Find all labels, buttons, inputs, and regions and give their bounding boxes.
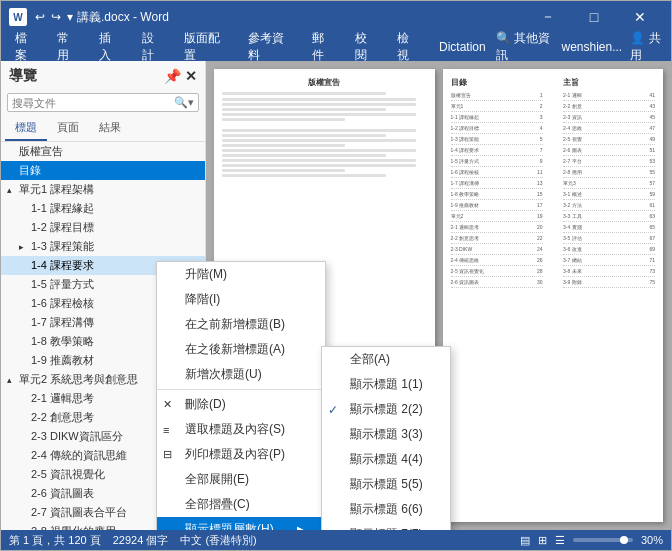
nav-item-label: 2-2 創意思考 bbox=[31, 410, 94, 425]
page1-title: 版權宣告 bbox=[222, 77, 427, 88]
submenu-label: 全部(A) bbox=[350, 351, 390, 368]
nav-item-1-2[interactable]: 1-2 課程目標 bbox=[1, 218, 205, 237]
search-button[interactable]: 🔍 其他資訊 bbox=[496, 30, 554, 64]
toc-item: 2-5 視覺49 bbox=[563, 136, 655, 145]
nav-search-box[interactable]: 🔍▾ bbox=[7, 93, 199, 112]
zoom-level: 30% bbox=[641, 534, 663, 546]
toggle-icon: ▴ bbox=[7, 185, 19, 195]
close-button[interactable]: ✕ bbox=[617, 1, 663, 33]
nav-tab-headings[interactable]: 標題 bbox=[5, 116, 47, 141]
nav-item-label: 2-4 傳統的資訊思維 bbox=[31, 448, 127, 463]
context-menu-label: 在之前新增標題(B) bbox=[185, 316, 285, 333]
toc-item: 2-5 資訊視覺化28 bbox=[451, 268, 543, 277]
print-icon: ⊟ bbox=[163, 448, 172, 461]
undo-button[interactable]: ↩ bbox=[35, 10, 45, 24]
context-menu-item-select[interactable]: ≡ 選取標題及內容(S) bbox=[157, 417, 325, 442]
redo-button[interactable]: ↪ bbox=[51, 10, 61, 24]
search-icon[interactable]: 🔍▾ bbox=[170, 94, 198, 111]
status-words: 22924 個字 bbox=[113, 533, 169, 548]
submenu-item-level7[interactable]: 顯示標題 7(7) bbox=[322, 522, 450, 530]
context-menu-item-print[interactable]: ⊟ 列印標題及內容(P) bbox=[157, 442, 325, 467]
nav-item-label: 2-6 資訊圖表 bbox=[31, 486, 94, 501]
toc-item: 2-8 應用55 bbox=[563, 169, 655, 178]
context-menu-item-show-levels[interactable]: 顯示標題層數(H) ▶ bbox=[157, 517, 325, 530]
context-menu: 升階(M) 降階(I) 在之前新增標題(B) 在之後新增標題(A) 新增次標題(… bbox=[156, 261, 326, 530]
submenu-item-level3[interactable]: 顯示標題 3(3) bbox=[322, 422, 450, 447]
nav-item-1-3[interactable]: ▸ 1-3 課程策能 bbox=[1, 237, 205, 256]
toc-item: 1-3 課程策能5 bbox=[451, 136, 543, 145]
view-icon-web[interactable]: ⊞ bbox=[538, 534, 547, 547]
nav-item-1-1[interactable]: 1-1 課程緣起 bbox=[1, 199, 205, 218]
nav-pane-header: 導覽 📌 ✕ bbox=[1, 61, 205, 91]
nav-tab-pages[interactable]: 頁面 bbox=[47, 116, 89, 141]
toc-item: 3-5 評估67 bbox=[563, 235, 655, 244]
nav-item-unit1[interactable]: ▴ 單元1 課程架構 bbox=[1, 180, 205, 199]
doc-line bbox=[222, 154, 386, 157]
ribbon-extra: 🔍 其他資訊 wenshien... 👤 共用 bbox=[496, 30, 667, 64]
submenu-label: 顯示標題 5(5) bbox=[350, 476, 423, 493]
context-menu-label: 列印標題及內容(P) bbox=[185, 446, 285, 463]
context-menu-item-add-after[interactable]: 在之後新增標題(A) bbox=[157, 337, 325, 362]
tab-dictation[interactable]: Dictation bbox=[429, 36, 496, 58]
doc-line bbox=[222, 134, 386, 137]
share-button[interactable]: 👤 共用 bbox=[630, 30, 667, 64]
nav-item-copyright[interactable]: 版權宣告 bbox=[1, 142, 205, 161]
toc-item: 2-7 平台53 bbox=[563, 158, 655, 167]
nav-tab-results[interactable]: 結果 bbox=[89, 116, 131, 141]
ribbon: 檔案 常用 插入 設計 版面配置 參考資料 郵件 校閱 檢視 Dictation… bbox=[1, 33, 671, 61]
nav-pane-title: 導覽 bbox=[9, 67, 37, 85]
toc-list-right: 2-1 邏輯41 2-2 創意43 2-3 資訊45 2-4 思維47 2-5 … bbox=[563, 92, 655, 288]
doc-page-2[interactable]: 目錄 版權宣告1 單元12 1-1 課程緣起3 1-2 課程目標4 1-3 課程… bbox=[443, 69, 664, 522]
context-menu-label: 升階(M) bbox=[185, 266, 227, 283]
toc-item: 3-1 概述59 bbox=[563, 191, 655, 200]
context-menu-label: 降階(I) bbox=[185, 291, 220, 308]
context-menu-item-collapse-all[interactable]: 全部摺疊(C) bbox=[157, 492, 325, 517]
context-menu-item-add-before[interactable]: 在之前新增標題(B) bbox=[157, 312, 325, 337]
title-bar-left: W ↩ ↪ ▾ 講義.docx - Word bbox=[9, 8, 169, 26]
zoom-slider[interactable] bbox=[573, 538, 633, 542]
submenu-item-level2[interactable]: ✓ 顯示標題 2(2) bbox=[322, 397, 450, 422]
context-menu-item-demote[interactable]: 降階(I) bbox=[157, 287, 325, 312]
nav-item-label: 版權宣告 bbox=[19, 144, 63, 159]
nav-item-label: 2-3 DIKW資訊區分 bbox=[31, 429, 123, 444]
maximize-button[interactable]: □ bbox=[571, 1, 617, 33]
submenu-item-level1[interactable]: 顯示標題 1(1) bbox=[322, 372, 450, 397]
toggle-icon: ▴ bbox=[7, 375, 19, 385]
context-menu-label: 刪除(D) bbox=[185, 396, 226, 413]
zoom-thumb bbox=[620, 536, 628, 544]
nav-item-label: 2-1 邏輯思考 bbox=[31, 391, 94, 406]
customize-quick-access[interactable]: ▾ bbox=[67, 10, 73, 24]
toc-item: 3-4 實踐65 bbox=[563, 224, 655, 233]
submenu-item-level6[interactable]: 顯示標題 6(6) bbox=[322, 497, 450, 522]
submenu-label: 顯示標題 2(2) bbox=[350, 401, 423, 418]
page1-content: 版權宣告 bbox=[222, 77, 427, 177]
nav-item-label: 目錄 bbox=[19, 163, 41, 178]
context-menu-item-add-sub[interactable]: 新增次標題(U) bbox=[157, 362, 325, 387]
toc-item: 3-3 工具63 bbox=[563, 213, 655, 222]
submenu-item-all[interactable]: 全部(A) bbox=[322, 347, 450, 372]
submenu-item-level4[interactable]: 顯示標題 4(4) bbox=[322, 447, 450, 472]
toc-item: 1-2 課程目標4 bbox=[451, 125, 543, 134]
context-menu-item-delete[interactable]: ✕ 刪除(D) bbox=[157, 392, 325, 417]
doc-line bbox=[222, 174, 386, 177]
select-icon: ≡ bbox=[163, 424, 169, 436]
view-icon-normal[interactable]: ▤ bbox=[520, 534, 530, 547]
toc-item: 2-1 邏輯41 bbox=[563, 92, 655, 101]
submenu-item-level5[interactable]: 顯示標題 5(5) bbox=[322, 472, 450, 497]
window-title: 講義.docx - Word bbox=[77, 9, 169, 26]
nav-close-icon[interactable]: ✕ bbox=[185, 68, 197, 84]
nav-item-toc[interactable]: 目錄 bbox=[1, 161, 205, 180]
context-menu-item-promote[interactable]: 升階(M) bbox=[157, 262, 325, 287]
doc-line bbox=[222, 164, 416, 167]
minimize-button[interactable]: － bbox=[525, 1, 571, 33]
check-icon: ✓ bbox=[328, 403, 338, 417]
search-input[interactable] bbox=[8, 95, 170, 111]
submenu-arrow-icon: ▶ bbox=[297, 524, 305, 530]
quick-access-toolbar: ↩ ↪ ▾ bbox=[35, 10, 73, 24]
view-icon-outline[interactable]: ☰ bbox=[555, 534, 565, 547]
context-menu-label: 新增次標題(U) bbox=[185, 366, 262, 383]
nav-pin-icon[interactable]: 📌 bbox=[164, 68, 181, 84]
nav-item-label: 單元2 系統思考與創意思 bbox=[19, 372, 138, 387]
nav-item-label: 1-8 教學策略 bbox=[31, 334, 94, 349]
context-menu-item-expand-all[interactable]: 全部展開(E) bbox=[157, 467, 325, 492]
